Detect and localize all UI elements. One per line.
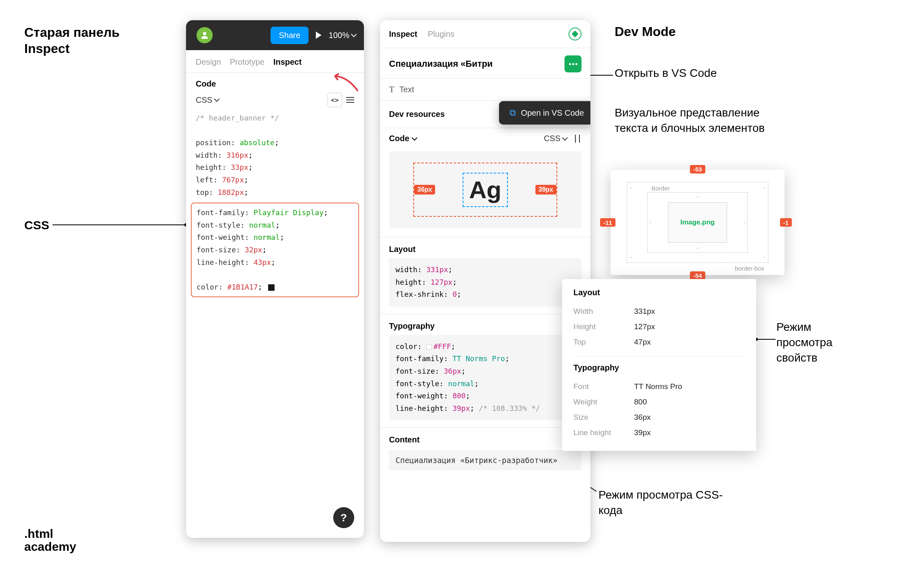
share-button[interactable]: Share	[271, 27, 308, 44]
border-label: Border	[651, 185, 670, 192]
layout-title: Layout	[380, 237, 590, 258]
prop-row: FontTT Norms Pro	[573, 379, 745, 394]
annotation-open-vscode: Открыть в VS Code	[615, 67, 717, 80]
chevron-down-icon	[214, 96, 220, 102]
list-view-icon[interactable]	[346, 97, 354, 103]
layout-code: width: 331px; height: 127px; flex-shrink…	[389, 258, 581, 307]
css-code-block: /* header_banner */ position: absolute; …	[186, 110, 364, 309]
properties-card: Layout Width331px Height127px Top47px Ty…	[562, 279, 756, 451]
box-model-card: -53 -54 -11 -1 Border - - - - - - - - Im…	[611, 170, 784, 275]
zoom-dropdown[interactable]: 100%	[329, 31, 356, 40]
layer-type-row: T Text	[380, 78, 590, 101]
dev-resources-title: Dev resources	[389, 110, 445, 119]
avatar[interactable]	[197, 27, 213, 43]
annotation-arrow	[332, 73, 360, 93]
content-value: Специализация «Битрикс-разработчик»	[389, 450, 581, 470]
tab-inspect[interactable]: Inspect	[273, 57, 302, 67]
dimension-left: 36px	[414, 185, 435, 195]
prop-row: Width331px	[573, 304, 745, 319]
annotation-css-line	[53, 224, 186, 225]
margin-top-value: -53	[690, 165, 705, 173]
panel-tabs: Design Prototype Inspect	[186, 50, 364, 73]
annotation-visual-repr: Визуальное представление текста и блочны…	[615, 105, 765, 136]
annotation-props-mode: Режим просмотра свойств	[776, 319, 832, 365]
code-section-title: Code	[196, 79, 354, 89]
box-sizing-label: border-box	[735, 265, 764, 272]
htmlacademy-logo: .html academy	[24, 527, 76, 553]
annotation-old-panel: Старая панель Inspect	[24, 24, 120, 57]
prop-row: Line height39px	[573, 425, 745, 440]
highlighted-css: font-family: Playfair Display; font-styl…	[191, 203, 359, 297]
tab-prototype[interactable]: Prototype	[230, 57, 264, 67]
prop-row: Weight800	[573, 394, 745, 410]
svg-point-0	[203, 32, 206, 35]
typography-code: color: #FFF; font-family: TT Norms Pro; …	[389, 335, 581, 421]
margin-left-value: -11	[600, 218, 615, 227]
annotation-devmode: Dev Mode	[615, 24, 676, 39]
play-icon[interactable]	[316, 32, 321, 39]
devmode-badge-icon[interactable]	[569, 27, 581, 40]
propcard-layout-title: Layout	[573, 288, 745, 297]
box-model-content: Image.png	[668, 202, 727, 243]
old-inspect-panel: Share 100% Design Prototype Inspect Code…	[186, 20, 364, 538]
connector-line	[590, 75, 613, 76]
content-title: Content	[380, 428, 590, 448]
language-dropdown[interactable]: CSS	[196, 95, 219, 105]
vscode-icon: ⧉	[510, 108, 516, 118]
annotation-css: CSS	[24, 218, 49, 232]
code-lang-dropdown[interactable]: CSS	[544, 134, 567, 143]
code-view-icon[interactable]: <>	[328, 93, 342, 107]
tab-inspect[interactable]: Inspect	[389, 30, 417, 39]
typography-preview: 36px Ag 39px	[389, 151, 581, 228]
text-icon: T	[389, 84, 394, 95]
chevron-down-icon	[351, 32, 357, 37]
margin-right-value: -1	[780, 218, 792, 227]
more-menu-button[interactable]	[565, 55, 581, 72]
prop-row: Size36px	[573, 410, 745, 425]
ag-sample: Ag	[469, 176, 501, 203]
devmode-panel: Inspect Plugins Специализация «Битри ⧉ O…	[380, 20, 590, 542]
margin-bottom-value: -54	[690, 271, 705, 280]
code-section-label[interactable]: Code	[389, 134, 417, 143]
propcard-typo-title: Typography	[573, 363, 745, 372]
color-swatch	[426, 344, 432, 350]
connector-line	[756, 339, 776, 340]
selection-title: Специализация «Битри	[389, 59, 493, 69]
chevron-down-icon	[562, 135, 568, 140]
code-settings-icon[interactable]	[573, 135, 581, 143]
chevron-down-icon	[412, 135, 417, 140]
typography-title: Typography	[380, 314, 590, 335]
prop-row: Height127px	[573, 319, 745, 334]
open-vscode-popup[interactable]: ⧉ Open in VS Code	[499, 101, 590, 125]
devmode-tabs: Inspect Plugins	[380, 20, 590, 48]
help-button[interactable]: ?	[333, 507, 354, 528]
toolbar: Share 100%	[186, 20, 364, 50]
color-swatch	[268, 284, 275, 291]
tab-plugins[interactable]: Plugins	[428, 30, 455, 39]
tab-design[interactable]: Design	[196, 57, 221, 67]
prop-row: Top47px	[573, 334, 745, 350]
dimension-right: 39px	[535, 185, 556, 195]
annotation-css-mode: Режим просмотра CSS- кода	[598, 487, 723, 518]
